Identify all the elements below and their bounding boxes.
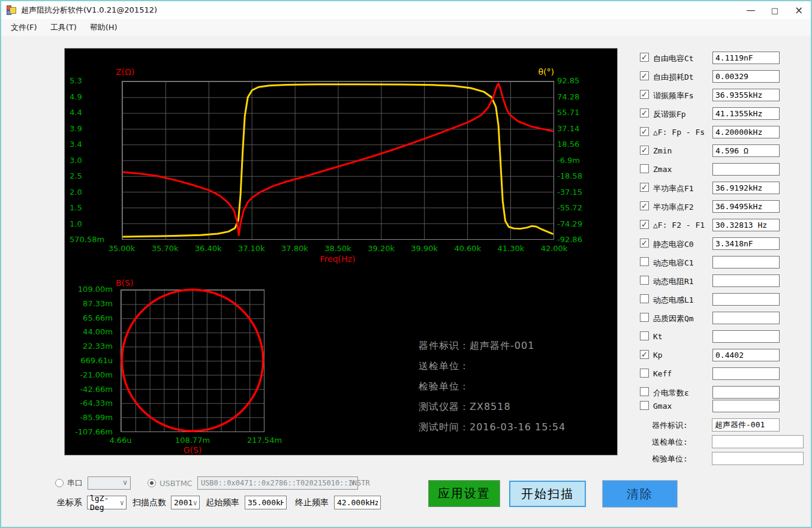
result-checkbox-4[interactable]: ✓ <box>640 127 649 136</box>
result-label-6: Zmax <box>653 165 672 174</box>
result-value-5[interactable] <box>712 144 780 157</box>
start-frequency-input[interactable] <box>245 496 287 509</box>
result-value-11[interactable] <box>712 256 780 268</box>
result-checkbox-5[interactable]: ✓ <box>640 146 649 155</box>
top-x-tick-6: 39.20k <box>360 244 403 253</box>
result-value-16[interactable] <box>712 349 780 361</box>
result-value-3[interactable] <box>712 107 780 120</box>
serial-radio[interactable] <box>55 479 64 487</box>
result-row-0: ✓自由电容Ct <box>640 52 811 64</box>
info-label-1: 送检单位： <box>419 360 470 372</box>
coord-system-combo[interactable]: lgZ-Deg ∨ <box>87 496 127 509</box>
result-checkbox-16[interactable]: ✓ <box>640 350 649 359</box>
top-left-tick-3: 3.9 <box>70 124 82 133</box>
result-checkbox-13[interactable] <box>640 294 649 303</box>
result-value-0[interactable] <box>712 52 780 64</box>
result-value-14[interactable] <box>712 312 780 324</box>
minimize-button[interactable]: — <box>739 1 763 19</box>
serial-port-combo[interactable]: ∨ <box>88 476 131 490</box>
usbtmc-radio-label: USBTMC <box>160 479 193 488</box>
result-checkbox-8[interactable]: ✓ <box>640 201 649 210</box>
top-left-tick-7: 2.0 <box>70 188 82 197</box>
result-checkbox-18[interactable] <box>640 387 649 396</box>
id-field-row-0: 器件标识: <box>640 418 811 432</box>
id-field-row-1: 送检单位: <box>640 435 811 448</box>
info-line-3: 测试仪器：ZX8518 <box>419 401 566 421</box>
result-value-8[interactable] <box>712 200 780 213</box>
bottom-y-tick-3: 44.00m <box>68 327 113 336</box>
result-checkbox-10[interactable]: ✓ <box>640 239 649 248</box>
result-value-10[interactable] <box>712 237 780 250</box>
id-field-input-2[interactable] <box>712 452 804 465</box>
result-value-6[interactable] <box>712 163 780 176</box>
result-checkbox-9[interactable]: ✓ <box>640 220 649 229</box>
result-checkbox-17[interactable] <box>640 369 649 378</box>
top-chart-left-axis-title: Z(Ω) <box>116 67 134 77</box>
result-checkbox-19[interactable] <box>640 401 649 410</box>
result-value-17[interactable] <box>712 367 780 380</box>
id-field-input-0[interactable] <box>712 418 780 432</box>
result-row-13: 动态电感L1 <box>640 293 811 306</box>
result-label-16: Kp <box>653 351 663 360</box>
result-value-7[interactable] <box>712 182 780 194</box>
result-checkbox-1[interactable]: ✓ <box>640 71 649 80</box>
top-left-tick-6: 2.5 <box>70 171 82 180</box>
app-window: 超声阻抗分析软件(V1.0.21@201512) — □ × 文件(F)工具(T… <box>0 0 812 528</box>
id-fields: 器件标识:送检单位:检验单位: <box>640 418 811 465</box>
scan-points-combo[interactable]: 2001 ∨ <box>171 496 200 509</box>
result-row-5: ✓Zmin <box>640 144 811 157</box>
usbtmc-radio[interactable] <box>148 479 156 487</box>
close-button[interactable]: × <box>787 1 811 19</box>
result-value-15[interactable] <box>712 330 780 343</box>
chevron-down-icon: ∨ <box>351 478 355 487</box>
result-value-18[interactable] <box>712 386 780 399</box>
maximize-button[interactable]: □ <box>763 1 787 19</box>
result-checkbox-3[interactable]: ✓ <box>640 108 649 117</box>
result-checkbox-2[interactable]: ✓ <box>640 90 649 99</box>
usbtmc-address-combo[interactable]: USB0::0x0471::0x2786::T020215010::INSTR … <box>197 476 358 490</box>
result-value-13[interactable] <box>712 293 780 306</box>
result-checkbox-15[interactable] <box>640 331 649 340</box>
result-value-4[interactable] <box>712 126 780 138</box>
result-value-19[interactable] <box>712 400 780 412</box>
result-row-12: 动态电阻R1 <box>640 274 811 287</box>
window-controls: — □ × <box>739 1 811 19</box>
top-x-tick-10: 42.00k <box>533 244 576 253</box>
top-right-tick-0: 92.85 <box>557 76 579 85</box>
result-value-12[interactable] <box>712 274 780 287</box>
result-row-8: ✓半功率点F2 <box>640 200 811 213</box>
menu-item-1[interactable]: 工具(T) <box>44 19 83 36</box>
top-x-tick-0: 35.00k <box>100 244 143 253</box>
start-scan-button[interactable]: 开始扫描 <box>509 481 586 507</box>
result-checkbox-12[interactable] <box>640 276 649 285</box>
result-label-18: 介电常数ε <box>653 388 689 399</box>
result-value-2[interactable] <box>712 89 780 101</box>
chevron-down-icon: ∨ <box>193 499 197 507</box>
result-checkbox-0[interactable]: ✓ <box>640 53 649 62</box>
apply-settings-button[interactable]: 应用设置 <box>428 480 500 507</box>
top-right-tick-5: -6.9m <box>557 156 580 165</box>
bottom-y-tick-6: -21.00m <box>68 370 113 379</box>
impedance-curve <box>124 83 553 235</box>
result-checkbox-7[interactable]: ✓ <box>640 183 649 192</box>
menu-item-0[interactable]: 文件(F) <box>4 19 44 36</box>
top-right-tick-8: -55.72 <box>557 203 582 212</box>
result-label-3: 反谐振Fp <box>653 109 686 120</box>
info-label-2: 检验单位： <box>419 381 470 392</box>
result-checkbox-11[interactable] <box>640 257 649 266</box>
menu-item-2[interactable]: 帮助(H) <box>83 19 124 36</box>
result-label-5: Zmin <box>653 146 672 155</box>
result-checkbox-14[interactable] <box>640 313 649 322</box>
result-value-1[interactable] <box>712 70 780 83</box>
stop-frequency-input[interactable] <box>334 496 381 509</box>
result-value-9[interactable] <box>712 219 780 231</box>
clear-button[interactable]: 清除 <box>602 480 678 508</box>
top-left-tick-8: 1.5 <box>70 203 82 212</box>
menu-bar: 文件(F)工具(T)帮助(H) <box>1 19 811 36</box>
result-label-12: 动态电阻R1 <box>653 276 694 287</box>
top-x-tick-4: 37.80k <box>273 244 316 253</box>
result-checkbox-6[interactable] <box>640 164 649 173</box>
id-field-input-1[interactable] <box>712 435 804 448</box>
top-left-tick-2: 4.4 <box>70 108 82 117</box>
top-x-tick-8: 40.60k <box>446 244 489 253</box>
